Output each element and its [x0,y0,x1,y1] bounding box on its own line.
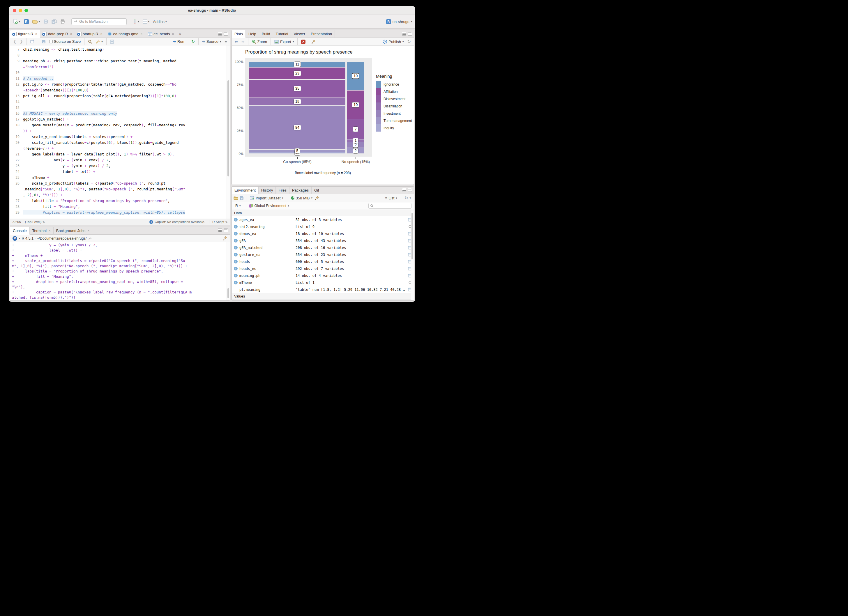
close-tab-icon[interactable]: × [100,32,102,36]
remove-plot-button[interactable]: ✕ [300,39,307,44]
save-button[interactable] [42,18,49,25]
tab-ec-heads[interactable]: ec_heads× [145,30,177,37]
tab-viewer[interactable]: Viewer [291,30,308,37]
save-all-button[interactable] [50,18,58,25]
tab-files[interactable]: Files [276,187,289,194]
tab-plots[interactable]: Plots [232,30,246,38]
environment-object-row[interactable]: ▸chi2.meaningList of 9 [232,223,414,230]
tab-history[interactable]: History [259,187,276,194]
filetype-selector[interactable]: R Script ⇅ [209,220,227,224]
minimize-pane-icon[interactable] [218,32,222,36]
expand-object-icon[interactable]: ▸ [234,267,238,271]
tab-ea-shrugs-qmd[interactable]: ea-shrugs.qmd× [105,30,145,37]
expand-object-icon[interactable]: ▸ [234,232,238,235]
environment-object-row[interactable]: ▸gEA_matched208 obs. of 16 variables [232,244,414,251]
project-menu-button[interactable]: R ea-shrugs ▾ [386,19,412,24]
refresh-plot-button[interactable]: ↻ [406,38,412,45]
expand-object-icon[interactable]: ▸ [234,246,238,249]
code-tools-button[interactable]: ▾ [94,39,104,44]
expand-object-icon[interactable]: ▸ [234,225,238,228]
environment-scrollbar-thumb[interactable] [412,213,413,259]
minimize-pane-icon[interactable] [402,188,406,192]
tab-console[interactable]: Console [10,227,30,235]
close-window-button[interactable] [13,9,16,12]
close-tab-icon[interactable]: × [172,32,174,36]
document-outline-button[interactable]: ≡ [223,39,228,44]
environment-scrollbar[interactable] [411,210,414,301]
expand-object-icon[interactable]: ▸ [234,274,238,277]
goto-file-input[interactable]: Go to file/function [71,18,127,25]
tab-presentation[interactable]: Presentation [308,30,335,37]
print-button[interactable] [59,18,67,25]
import-dataset-button[interactable]: Import Dataset ▾ [249,195,285,201]
minimize-pane-icon[interactable] [218,228,222,232]
find-replace-button[interactable] [87,39,93,44]
environment-search-input[interactable] [368,203,412,209]
maximize-pane-icon[interactable] [224,32,228,36]
panes-layout-button[interactable]: ▾ [142,19,151,25]
minimize-window-button[interactable] [19,9,22,12]
zoom-window-button[interactable] [24,9,28,12]
tab-terminal[interactable]: Terminal× [30,227,53,234]
tab-git[interactable]: Git [311,187,322,194]
close-tab-icon[interactable]: × [140,32,142,36]
expand-object-icon[interactable]: ▸ [234,260,238,264]
environment-object-row[interactable]: pt.meaning'table' num [1:8, 1:3] 5.29 11… [232,286,414,293]
language-selector[interactable]: R ▾ [234,203,242,209]
open-in-new-icon[interactable] [88,237,92,240]
plot-forward-button[interactable]: ➡ [240,39,246,44]
clear-plots-broom-icon[interactable] [311,40,316,44]
console-scrollbar-thumb[interactable] [227,288,229,298]
editor-scrollbar[interactable] [227,45,230,219]
compile-report-button[interactable]: ▾ [132,18,140,25]
console-scrollbar[interactable] [227,242,230,301]
rerun-button[interactable]: ↻ [190,39,196,44]
maximize-pane-icon[interactable] [408,188,412,192]
clear-console-broom-icon[interactable] [223,236,227,240]
code-editor[interactable]: 7chi2.meaning <- chisq.test(t.meaning)89… [10,45,230,219]
new-file-button[interactable]: ▾ [12,18,22,25]
environment-object-row[interactable]: ▸gEA554 obs. of 43 variables [232,237,414,244]
addins-button[interactable]: Addins ▾ [152,19,168,25]
zoom-plot-button[interactable]: Zoom [251,39,268,44]
save-workspace-icon[interactable] [240,196,244,200]
console-output[interactable]: + y = (ymin + ymax) / 2,+ label = .wt)) … [10,242,230,300]
editor-scrollbar-thumb[interactable] [227,80,229,176]
close-tab-icon[interactable]: × [70,32,72,36]
expand-object-icon[interactable]: ▸ [234,253,238,256]
popout-editor-button[interactable] [29,39,36,44]
save-file-button[interactable] [40,39,47,44]
open-file-button[interactable]: ▾ [31,18,42,25]
close-tab-icon[interactable]: × [35,32,37,36]
tab-background-jobs[interactable]: Background Jobs× [53,227,92,234]
nav-forward-button[interactable]: ❯ [19,39,24,44]
tab-environment[interactable]: Environment [232,187,259,194]
list-view-button[interactable]: ≡ List ▾ [384,195,398,201]
environment-selector[interactable]: Global Environment ▾ [248,203,291,209]
tab-tutorial[interactable]: Tutorial [273,30,291,37]
nav-back-button[interactable]: ❮ [12,39,18,44]
minimize-pane-icon[interactable] [402,32,406,36]
clear-environment-broom-icon[interactable] [315,196,319,200]
environment-object-row[interactable]: ▸heads_ec392 obs. of 7 variables [232,265,414,272]
tab-help[interactable]: Help [246,30,259,37]
publish-button[interactable]: Publish ▾ [382,39,405,44]
maximize-pane-icon[interactable] [408,32,412,36]
new-project-button[interactable]: R [23,18,30,25]
load-workspace-folder-icon[interactable] [234,196,239,200]
maximize-pane-icon[interactable] [224,228,228,232]
memory-usage-button[interactable]: 358 MiB ▾ [289,195,314,201]
environment-object-row[interactable]: ▸ages_ea31 obs. of 3 variables [232,216,414,223]
tab-build[interactable]: Build [259,30,273,37]
tab-data-prep-r[interactable]: Rdata-prep.R× [40,30,75,37]
tab-figures-r[interactable]: Rfigures.R× [10,30,40,38]
compile-notebook-button[interactable] [109,39,115,44]
source-on-save-checkbox[interactable]: Source on Save [48,39,82,44]
expand-object-icon[interactable]: ▸ [234,239,238,243]
expand-object-icon[interactable]: ▸ [234,281,238,284]
tab-packages[interactable]: Packages [289,187,311,194]
tab-overflow-button[interactable]: » [177,30,183,37]
close-tab-icon[interactable]: × [87,229,89,233]
refresh-environment-button[interactable]: ↻ ▾ [403,195,412,201]
scope-selector[interactable]: (Top Level) ⇅ [25,220,45,224]
